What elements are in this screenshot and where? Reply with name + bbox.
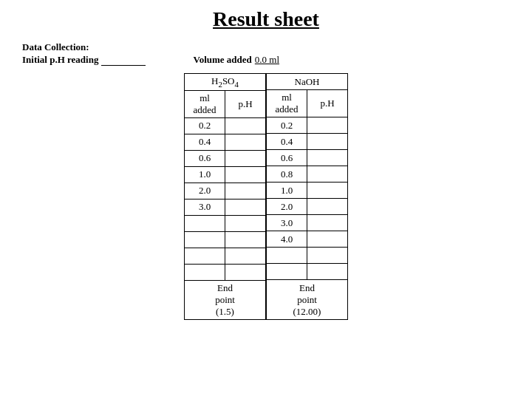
table-row: 2.0 [185, 183, 266, 199]
naoh-ml-9 [267, 264, 307, 280]
data-collection-block: Data Collection: Initial p.H reading Vol… [22, 41, 510, 66]
data-collection-label: Data Collection: [22, 41, 510, 53]
h2so4-ml-5: 3.0 [185, 199, 225, 215]
naoh-ml-7: 4.0 [267, 231, 307, 248]
table-row [185, 248, 266, 264]
naoh-ml-5: 2.0 [267, 199, 307, 215]
naoh-ml-6: 3.0 [267, 215, 307, 231]
h2so4-ph-2 [225, 150, 266, 166]
table-row [267, 248, 348, 264]
table-row: 4.0 [267, 231, 348, 248]
data-collection-line2: Initial p.H reading Volume added 0.0 ml [22, 53, 510, 66]
naoh-ph-0 [307, 117, 348, 134]
h2so4-endpoint-row: Endpoint(1.5) [185, 280, 266, 319]
h2so4-header: H2SO4 [185, 74, 266, 91]
h2so4-ml-2: 0.6 [185, 150, 225, 166]
naoh-ml-3: 0.8 [267, 166, 307, 183]
naoh-ml-4: 1.0 [267, 183, 307, 199]
naoh-table: NaOH mladded p.H 0.2 0.4 0.6 0.8 [266, 73, 348, 320]
naoh-ph-5 [307, 199, 348, 215]
table-row: 0.8 [267, 166, 348, 183]
h2so4-ml-1: 0.4 [185, 134, 225, 150]
h2so4-ml-8 [185, 248, 225, 264]
h2so4-ph-8 [225, 248, 266, 264]
h2so4-col1-header: mladded [185, 90, 225, 117]
naoh-ml-8 [267, 248, 307, 264]
naoh-endpoint-row: Endpoint(12.00) [267, 280, 348, 319]
title-section: Result sheet [22, 7, 510, 31]
h2so4-ph-3 [225, 166, 266, 183]
volume-added-value: 0.0 ml [255, 54, 279, 66]
table-row: 0.2 [267, 117, 348, 134]
naoh-ml-2: 0.6 [267, 150, 307, 166]
h2so4-ml-0: 0.2 [185, 117, 225, 134]
page-title: Result sheet [213, 7, 319, 30]
table-row: 0.4 [185, 134, 266, 150]
h2so4-ph-1 [225, 134, 266, 150]
naoh-ml-1: 0.4 [267, 134, 307, 150]
table-row [185, 231, 266, 248]
h2so4-ml-6 [185, 215, 225, 231]
h2so4-ml-3: 1.0 [185, 166, 225, 183]
table-row: 1.0 [267, 183, 348, 199]
h2so4-ml-9 [185, 264, 225, 280]
h2so4-ml-4: 2.0 [185, 183, 225, 199]
table-row: 0.6 [185, 150, 266, 166]
h2so4-ph-9 [225, 264, 266, 280]
table-row [185, 264, 266, 280]
table-row [185, 215, 266, 231]
naoh-header: NaOH [267, 74, 348, 90]
h2so4-ph-5 [225, 199, 266, 215]
naoh-ph-3 [307, 166, 348, 183]
naoh-ph-6 [307, 215, 348, 231]
h2so4-col2-header: p.H [225, 90, 266, 117]
initial-ph-label: Initial p.H reading [22, 54, 98, 66]
page: Result sheet Data Collection: Initial p.… [0, 0, 532, 399]
h2so4-ph-4 [225, 183, 266, 199]
table-row: 0.2 [185, 117, 266, 134]
h2so4-ph-0 [225, 117, 266, 134]
table-row: 2.0 [267, 199, 348, 215]
naoh-endpoint: Endpoint(12.00) [267, 280, 348, 319]
naoh-ph-7 [307, 231, 348, 248]
h2so4-ph-7 [225, 231, 266, 248]
naoh-ph-1 [307, 134, 348, 150]
naoh-col2-header: p.H [307, 90, 348, 117]
naoh-ph-2 [307, 150, 348, 166]
h2so4-ml-7 [185, 231, 225, 248]
h2so4-endpoint: Endpoint(1.5) [185, 280, 266, 319]
table-row: 3.0 [185, 199, 266, 215]
tables-container: H2SO4 mladded p.H 0.2 0.4 0.6 1.0 [22, 73, 510, 320]
naoh-ph-8 [307, 248, 348, 264]
h2so4-table: H2SO4 mladded p.H 0.2 0.4 0.6 1.0 [184, 73, 266, 320]
table-row: 3.0 [267, 215, 348, 231]
h2so4-ph-6 [225, 215, 266, 231]
volume-added-label: Volume added [193, 54, 251, 66]
naoh-col1-header: mladded [267, 90, 307, 117]
naoh-ml-0: 0.2 [267, 117, 307, 134]
table-row [267, 264, 348, 280]
table-row: 0.6 [267, 150, 348, 166]
naoh-ph-9 [307, 264, 348, 280]
table-row: 0.4 [267, 134, 348, 150]
naoh-ph-4 [307, 183, 348, 199]
table-row: 1.0 [185, 166, 266, 183]
initial-ph-blank [101, 53, 146, 66]
